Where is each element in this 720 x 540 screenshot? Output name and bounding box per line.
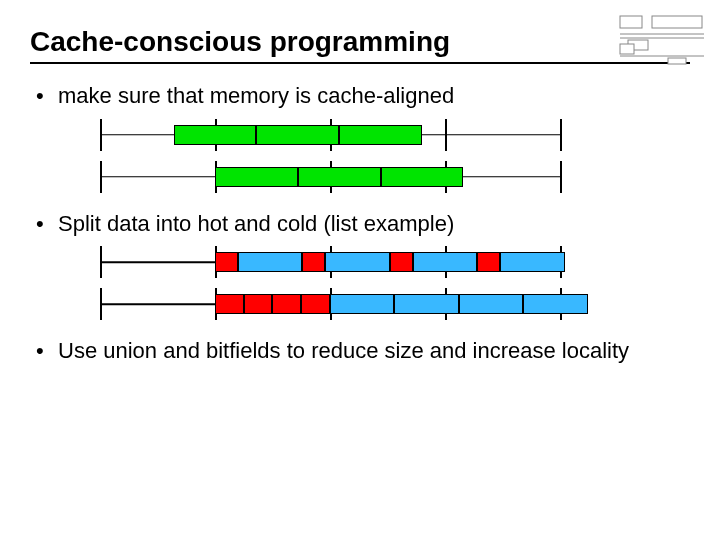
cache-line [100,251,560,273]
bullet-hot-cold: Split data into hot and cold (list examp… [30,210,690,238]
cache-boundary-tick [560,161,562,193]
architecture-icon [618,14,706,66]
red-segment [215,294,244,314]
cache-boundary-tick [560,119,562,151]
blue-segment [523,294,587,314]
cache-line [100,124,560,146]
bullet-cache-aligned: make sure that memory is cache-aligned [30,82,690,110]
green-segment [339,125,422,145]
blue-segment [330,294,394,314]
diagram-hot-cold [100,251,560,315]
cache-boundary-tick [100,288,102,320]
green-segment [256,125,339,145]
blue-segment [500,252,564,272]
blue-segment [394,294,458,314]
red-segment [272,294,301,314]
svg-rect-0 [620,16,642,28]
slide-title: Cache-conscious programming [30,26,690,58]
blue-segment [238,252,302,272]
green-segment [381,167,464,187]
svg-rect-5 [620,44,634,54]
red-segment [390,252,413,272]
blue-segment [325,252,389,272]
cache-boundary-tick [100,119,102,151]
red-segment [301,294,330,314]
cache-boundary-tick [445,119,447,151]
title-rule [30,62,690,64]
cache-line [100,166,560,188]
svg-rect-1 [652,16,702,28]
red-segment [215,252,238,272]
green-segment [215,167,298,187]
diagram-cache-alignment [100,124,560,188]
blue-segment [459,294,523,314]
red-segment [244,294,273,314]
cache-boundary-tick [100,161,102,193]
bullet-union-bitfields: Use union and bitfields to reduce size a… [30,337,690,365]
blue-segment [413,252,477,272]
green-segment [298,167,381,187]
cache-boundary-tick [100,246,102,278]
red-segment [302,252,325,272]
red-segment [477,252,500,272]
svg-rect-7 [668,58,686,64]
green-segment [174,125,257,145]
cache-line [100,293,560,315]
